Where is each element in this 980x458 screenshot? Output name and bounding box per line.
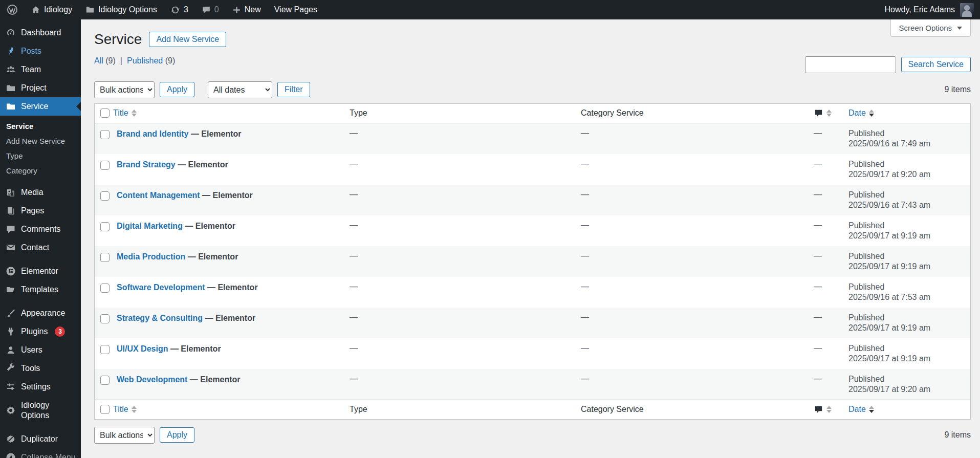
publish-date: 2025/09/17 at 9:19 am bbox=[848, 262, 930, 271]
sidebar-item-users[interactable]: Users bbox=[0, 341, 81, 359]
column-header-comments[interactable] bbox=[814, 108, 848, 118]
sidebar-item-contact[interactable]: Contact bbox=[0, 238, 81, 257]
updates-menu[interactable]: 3 bbox=[164, 0, 195, 19]
comments-cell: — bbox=[814, 154, 848, 173]
sidebar-item-appearance[interactable]: Appearance bbox=[0, 304, 81, 322]
service-title-link[interactable]: Media Production bbox=[117, 252, 185, 261]
sidebar-item-templates[interactable]: Templates bbox=[0, 280, 81, 299]
status-label: Published bbox=[848, 159, 965, 169]
idiology-options-menu[interactable]: Idiology Options bbox=[79, 0, 164, 19]
publish-date: 2025/09/17 at 9:20 am bbox=[848, 170, 930, 179]
sidebar-item-project[interactable]: Project bbox=[0, 79, 81, 97]
sidebar-item-plugins[interactable]: Plugins3 bbox=[0, 322, 81, 341]
table-row: UI/UX Design — Elementor———Published2025… bbox=[95, 338, 970, 369]
service-title-link[interactable]: UI/UX Design bbox=[117, 344, 168, 353]
filter-separator: | bbox=[120, 56, 122, 66]
category-cell: — bbox=[581, 123, 814, 143]
row-checkbox[interactable] bbox=[100, 376, 110, 385]
category-cell: — bbox=[581, 308, 814, 327]
select-all-checkbox[interactable] bbox=[100, 405, 110, 414]
post-state-label: — Elementor bbox=[183, 222, 235, 230]
service-title-link[interactable]: Digital Marketing bbox=[117, 222, 183, 230]
status-label: Published bbox=[848, 251, 965, 261]
submenu-item-type[interactable]: Type bbox=[0, 148, 81, 163]
row-checkbox[interactable] bbox=[100, 222, 110, 231]
sidebar-item-label: Comments bbox=[21, 224, 60, 234]
service-title-link[interactable]: Content Management bbox=[117, 191, 200, 200]
service-title-link[interactable]: Web Development bbox=[117, 375, 187, 384]
status-filter-all[interactable]: All (9) bbox=[94, 56, 116, 66]
sidebar-item-duplicator[interactable]: Duplicator bbox=[0, 430, 81, 448]
row-checkbox[interactable] bbox=[100, 345, 110, 354]
apply-button[interactable]: Apply bbox=[160, 82, 194, 97]
sidebar-item-media[interactable]: Media bbox=[0, 183, 81, 202]
post-state-label: — Elementor bbox=[188, 129, 241, 138]
row-checkbox[interactable] bbox=[100, 314, 110, 323]
sidebar-item-pages[interactable]: Pages bbox=[0, 202, 81, 220]
bulk-actions-select[interactable]: Bulk actions bbox=[94, 81, 155, 98]
admin-bar: Idiology Idiology Options 3 0 New bbox=[0, 0, 980, 19]
row-checkbox[interactable] bbox=[100, 161, 110, 170]
row-checkbox[interactable] bbox=[100, 130, 110, 139]
avatar bbox=[960, 3, 974, 17]
comments-cell: — bbox=[814, 215, 848, 235]
media-icon bbox=[6, 187, 16, 198]
column-footer-date[interactable]: Date bbox=[848, 405, 970, 414]
column-header-date[interactable]: Date bbox=[848, 108, 970, 118]
wordpress-logo-menu[interactable] bbox=[0, 0, 25, 19]
sidebar-item-settings[interactable]: Settings bbox=[0, 378, 81, 396]
sidebar-item-label: Duplicator bbox=[21, 434, 58, 444]
submenu-item-category[interactable]: Category bbox=[0, 163, 81, 178]
sidebar-item-comments[interactable]: Comments bbox=[0, 220, 81, 238]
new-menu[interactable]: New bbox=[226, 0, 268, 19]
sidebar-menu: DashboardPostsTeamProjectServiceServiceA… bbox=[0, 24, 81, 458]
account-menu[interactable]: Howdy, Eric Adams bbox=[884, 0, 980, 19]
sidebar-item-elementor[interactable]: Elementor bbox=[0, 262, 81, 280]
view-pages-menu[interactable]: View Pages bbox=[268, 0, 324, 19]
site-name-menu[interactable]: Idiology bbox=[25, 0, 79, 19]
sort-arrows-icon bbox=[826, 110, 832, 117]
sidebar-item-dashboard[interactable]: Dashboard bbox=[0, 24, 81, 42]
sort-arrows-icon bbox=[132, 406, 137, 413]
submenu-item-add-new-service[interactable]: Add New Service bbox=[0, 134, 81, 148]
row-checkbox[interactable] bbox=[100, 283, 110, 293]
search-service-button[interactable]: Search Service bbox=[901, 57, 971, 72]
service-title-link[interactable]: Brand and Identity bbox=[117, 129, 188, 138]
sidebar-item-team[interactable]: Team bbox=[0, 60, 81, 79]
date-cell: Published2025/09/17 at 9:20 am bbox=[848, 369, 970, 400]
bulk-actions-select[interactable]: Bulk actions bbox=[94, 427, 155, 444]
screen-options-button[interactable]: Screen Options bbox=[890, 19, 971, 37]
folder-icon bbox=[6, 83, 16, 93]
wordpress-logo-icon bbox=[7, 4, 18, 15]
dates-filter-select[interactable]: All dates bbox=[208, 81, 272, 98]
sidebar-item-service[interactable]: Service bbox=[0, 97, 81, 116]
date-cell: Published2025/09/17 at 9:19 am bbox=[848, 246, 970, 277]
post-state-label: — Elementor bbox=[185, 252, 238, 261]
status-filter-published[interactable]: Published (9) bbox=[127, 56, 175, 66]
service-title-link[interactable]: Brand Strategy bbox=[117, 160, 176, 169]
apply-button[interactable]: Apply bbox=[160, 427, 194, 443]
column-footer-comments[interactable] bbox=[814, 405, 848, 415]
add-new-service-button[interactable]: Add New Service bbox=[149, 32, 226, 47]
comments-cell: — bbox=[814, 246, 848, 266]
select-all-checkbox[interactable] bbox=[100, 108, 110, 118]
publish-date: 2025/09/16 at 7:49 am bbox=[848, 139, 930, 148]
status-label: Published bbox=[848, 190, 965, 200]
sidebar-item-collapse-menu[interactable]: Collapse Menu bbox=[0, 448, 81, 458]
sidebar-item-label: Idiology Options bbox=[21, 400, 76, 421]
sidebar-item-tools[interactable]: Tools bbox=[0, 359, 81, 378]
comments-menu[interactable]: 0 bbox=[195, 0, 226, 19]
filter-button[interactable]: Filter bbox=[277, 82, 310, 97]
sidebar-item-label: Service bbox=[21, 101, 48, 112]
service-title-link[interactable]: Software Development bbox=[117, 283, 205, 292]
sidebar-item-posts[interactable]: Posts bbox=[0, 42, 81, 60]
row-checkbox[interactable] bbox=[100, 191, 110, 201]
row-checkbox[interactable] bbox=[100, 253, 110, 262]
sidebar-item-idiology-options[interactable]: Idiology Options bbox=[0, 396, 81, 425]
service-title-link[interactable]: Strategy & Consulting bbox=[117, 314, 203, 322]
column-footer-title[interactable]: Title bbox=[113, 405, 350, 414]
search-input[interactable] bbox=[805, 56, 896, 73]
column-header-title[interactable]: Title bbox=[113, 108, 350, 118]
table-row: Brand and Identity — Elementor———Publish… bbox=[95, 123, 970, 154]
submenu-item-service[interactable]: Service bbox=[0, 119, 81, 134]
